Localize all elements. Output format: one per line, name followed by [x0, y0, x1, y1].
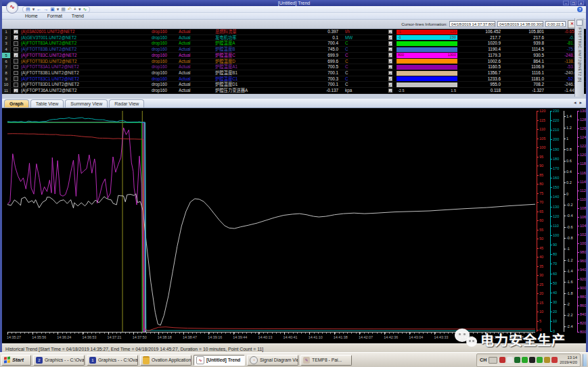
cursor-checkbox[interactable]: ✓ [388, 30, 393, 34]
tag-row-5[interactable]: 5✓(A)FTOTT83C.UNIT2@NET2drop160Actual炉膛温… [2, 53, 586, 59]
tag-row-9[interactable]: 9(A)FTOTT83C1.UNIT2@NET2drop160Actual炉膛温… [2, 76, 586, 82]
cursor-checkbox[interactable]: ✓ [388, 71, 393, 76]
tray-icon-3[interactable] [514, 357, 520, 363]
tag-row-3[interactable]: 3(A)FTOTT83A.UNIT2@NET2drop160Actual炉膛温度… [2, 41, 586, 47]
taskbar-item-1[interactable]: 2Graphics - - C:\Ovati... [33, 355, 85, 366]
tray-icon-2[interactable] [507, 357, 513, 363]
selected-tag-side-tab[interactable]: FTOTT83C.UNIT2@NET2 [5] [574, 18, 584, 97]
axis-tick-label: 95 [539, 155, 543, 159]
value-mode: Actual [179, 59, 203, 64]
axis-checkbox[interactable] [14, 59, 18, 64]
tag-row-10[interactable]: 10(A)FTOTT83D1.UNIT2@NET2drop160Actual炉膛… [2, 82, 586, 88]
cursor-checkbox[interactable]: ✓ [388, 65, 393, 70]
tab-graph[interactable]: Graph [4, 99, 29, 107]
trend-graph[interactable]: 14:35:2714:35:5614:36:2414:36:5314:37:21… [2, 108, 586, 343]
start-button[interactable]: Start [1, 355, 31, 366]
dropdown-1-icon[interactable]: ▾ [32, 7, 35, 12]
taskbar-items: 2Graphics - - C:\Ovati...1Graphics - - C… [33, 355, 352, 366]
axis-tick-label: 190 [553, 147, 559, 151]
cursor-time-2-field[interactable]: 04/18/2019 14:38:00.300 [497, 21, 543, 27]
axis-tick-label: 85 [539, 173, 543, 177]
axis-checkbox[interactable]: ✓ [14, 35, 18, 40]
cursor-checkbox[interactable]: ✓ [388, 47, 393, 52]
show-desktop-button[interactable] [583, 354, 587, 366]
tag-row-11[interactable]: 11✓(A)FTOPT36A.UNIT2@NET2drop160Actual炉膛… [2, 88, 586, 94]
trend-line-炉膛温度C1 [7, 122, 145, 332]
cursor-checkbox[interactable]: ✓ [388, 35, 393, 40]
axis-checkbox[interactable]: ✓ [14, 53, 18, 57]
taskbar-item-2[interactable]: 1Graphics - - C:\Ovati... [87, 355, 138, 366]
help-icon[interactable]: ? [577, 7, 583, 12]
taskbar-item-6[interactable]: ✎TEMP8 - Pai... [300, 355, 352, 366]
language-indicator[interactable]: CH [480, 358, 487, 362]
axis-checkbox-cell: ✓ [11, 29, 21, 34]
app-logo-icon[interactable]: ∿ [6, 1, 18, 14]
add-trend-icon[interactable]: + [74, 7, 76, 12]
cursor-delta-field[interactable]: 0:00:22.5 [545, 21, 566, 27]
menu-tab-trend[interactable]: Trend [72, 14, 84, 18]
tray-icon-5[interactable] [529, 357, 535, 363]
tray-icon-4[interactable] [522, 357, 528, 363]
cursor-checkbox[interactable]: ✓ [388, 76, 393, 81]
maximize-button[interactable]: ❒ [570, 1, 576, 5]
axis-checkbox[interactable] [14, 76, 18, 81]
tag-row-1[interactable]: 1✓(A)03A02601.UNIT2@NET2drop160Actual总燃料… [2, 29, 586, 35]
cursor-checkbox[interactable]: ✓ [388, 41, 393, 46]
axis-checkbox[interactable]: ✓ [14, 30, 18, 34]
unit-label: C [341, 70, 364, 76]
taskbar-item-4[interactable]: ∿[Untitled] Trend [194, 355, 245, 366]
cursor-checkbox[interactable]: ✓ [388, 89, 393, 93]
tab-table-view[interactable]: Table View [30, 99, 64, 107]
taskbar-item-5[interactable]: ◔Signal Diagram Viewe... [247, 355, 298, 366]
dropdown-2-icon[interactable]: ▾ [57, 7, 60, 12]
export-icon[interactable]: ▣ [50, 7, 55, 12]
taskbar-clock[interactable]: 13:14 2019/4/20 [560, 356, 577, 365]
axis-tick-label: 210 [553, 128, 559, 132]
trend-plot[interactable] [7, 111, 535, 332]
axis-checkbox[interactable]: ✓ [14, 89, 18, 93]
menu-tab-home[interactable]: Home [25, 14, 38, 18]
undo-icon[interactable]: ↶ [68, 7, 72, 12]
tab-summary-view[interactable]: Summary View [65, 99, 108, 107]
trend-chart-icon[interactable]: ▤ [26, 7, 30, 12]
menu-tab-format[interactable]: Format [47, 14, 62, 18]
axis-tick-label: 80 [553, 252, 557, 256]
tray-icon-7[interactable] [544, 357, 550, 363]
row-number: 4 [2, 47, 11, 52]
tray-icon-1[interactable] [499, 357, 505, 363]
value-mode: Actual [179, 35, 203, 41]
axis-checkbox[interactable] [14, 65, 18, 70]
axis-checkbox[interactable] [14, 41, 18, 46]
tag-row-6[interactable]: 6(A)FTOTT83D.UNIT2@NET2drop160Actual炉膛温度… [2, 59, 586, 65]
grid-view-icon[interactable]: ▦ [61, 7, 66, 12]
cursor-checkbox[interactable]: ✓ [388, 59, 393, 64]
minimize-button[interactable]: – [563, 1, 569, 5]
cursor-checkbox[interactable]: ✓ [388, 53, 393, 57]
dropdown-3-icon[interactable]: ▾ [78, 7, 81, 12]
cursor-checkbox[interactable]: ✓ [388, 82, 393, 87]
keyboard-icon[interactable] [489, 357, 497, 364]
tag-row-4[interactable]: 4(A)FTOTT83B.UNIT2@NET2drop160Actual炉膛温度… [2, 47, 586, 53]
tab-scroll-left-icon[interactable]: ◂ [574, 100, 576, 105]
axis-checkbox[interactable] [14, 71, 18, 76]
tab-radar-view[interactable]: Radar View [109, 99, 144, 107]
taskbar-item-3[interactable]: Ovation Applications [140, 355, 191, 366]
back-arrow-icon[interactable]: ← [37, 7, 41, 12]
cursor-time-1-field[interactable]: 04/18/2019 14:37:37.800 [449, 21, 495, 27]
tray-icon-6[interactable] [537, 357, 543, 363]
tab-scroll-right-icon[interactable]: ▸ [579, 100, 582, 105]
live-trend-icon[interactable]: ∿ [83, 7, 87, 12]
tray-icon-8[interactable] [551, 357, 558, 363]
forward-arrow-icon[interactable]: → [43, 7, 48, 12]
cursor2-value: 1181.0 [506, 76, 549, 82]
tag-row-7[interactable]: 7(A)FTOTT83A1.UNIT2@NET2drop160Actual炉膛温… [2, 64, 586, 70]
axis-checkbox[interactable] [14, 82, 18, 87]
axis-checkbox-cell [11, 76, 21, 82]
axis-checkbox[interactable] [14, 47, 18, 52]
cursor1-value: 955.0 [457, 82, 506, 87]
tag-row-8[interactable]: 8(A)FTOTT83B1.UNIT2@NET2drop160Actual炉膛温… [2, 70, 586, 76]
row-number: 11 [2, 88, 11, 93]
close-button[interactable]: ✕ [578, 1, 584, 5]
tag-row-2[interactable]: 2✓(A)GEV3T001.UNIT2@NET2drop160Actual发电机… [2, 35, 586, 41]
side-tab-thumb[interactable] [576, 20, 583, 26]
